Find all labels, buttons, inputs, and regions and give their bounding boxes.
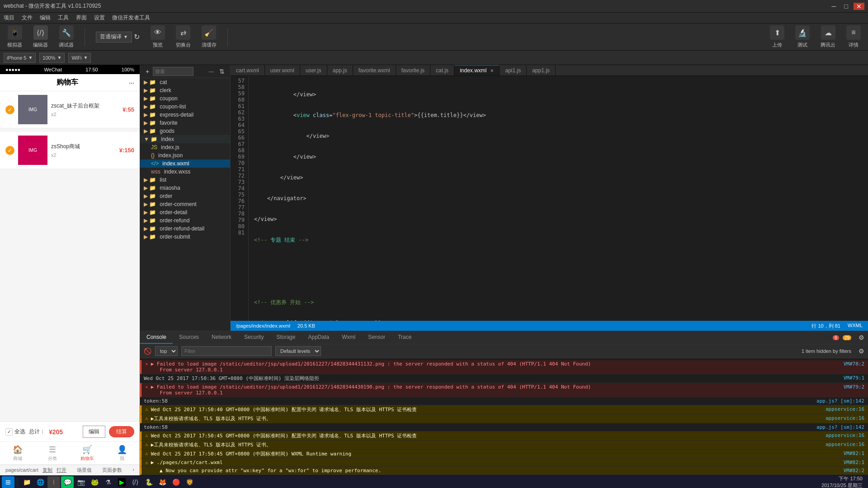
- taskbar-misc1[interactable]: 📷: [75, 476, 87, 488]
- console-link[interactable]: VM#82:2: [844, 468, 864, 474]
- tab-user-wxml[interactable]: user.wxml: [265, 65, 300, 75]
- tree-folder-miaosha[interactable]: ▶ 📁 miaosha: [140, 184, 230, 192]
- menu-project[interactable]: 项目: [4, 14, 14, 22]
- checkout-button[interactable]: 结算: [109, 426, 134, 437]
- menu-wechat[interactable]: 微信开发者工具: [112, 14, 150, 22]
- toolbar-upload[interactable]: ⬆ 上传: [770, 25, 784, 48]
- toolbar-switch[interactable]: ⇄ 切换台: [176, 25, 191, 48]
- taskbar-terminal[interactable]: ▶: [115, 476, 128, 488]
- close-btn[interactable]: ✕: [854, 3, 864, 10]
- tree-folder-list[interactable]: ▶ 📁 list: [140, 176, 230, 184]
- settings-icon[interactable]: ⚙: [859, 334, 864, 341]
- menu-file[interactable]: 文件: [22, 14, 33, 22]
- scale-select[interactable]: 100% ▼: [39, 53, 65, 63]
- console-link[interactable]: appservice:16: [826, 441, 864, 447]
- context-select[interactable]: top: [155, 346, 178, 356]
- breadcrumb-copy[interactable]: 复制: [42, 467, 52, 473]
- nav-item-cart[interactable]: 🛒 购物车: [70, 442, 105, 465]
- console-link[interactable]: VM#79:2: [844, 384, 864, 390]
- tree-folder-favorite[interactable]: ▶ 📁 favorite: [140, 119, 230, 127]
- levels-select[interactable]: Default levels: [275, 346, 321, 356]
- tab-index-wxml[interactable]: index.wxml ✕: [454, 65, 500, 75]
- tree-file-index-json[interactable]: {} index.json: [140, 151, 230, 160]
- file-search-input[interactable]: [153, 67, 193, 76]
- console-link[interactable]: appservice:16: [826, 432, 864, 438]
- new-file-btn[interactable]: +: [144, 67, 151, 76]
- toolbar-preview[interactable]: 👁 预览: [151, 25, 165, 48]
- cart-menu-icon[interactable]: ···: [129, 79, 134, 86]
- dt-tab-storage[interactable]: Storage: [270, 331, 302, 344]
- taskbar-misc7[interactable]: 🦁: [183, 476, 196, 488]
- checkbox-1[interactable]: ✓: [5, 105, 14, 114]
- tab-api1-js[interactable]: api1.js: [500, 65, 527, 75]
- dt-tab-wxml[interactable]: Wxml: [335, 331, 362, 344]
- maximize-btn[interactable]: □: [842, 3, 851, 10]
- tab-cat-js[interactable]: cat.js: [430, 65, 454, 75]
- console-link[interactable]: app.js? [sm]:142: [816, 398, 864, 404]
- tab-favorite-wxml[interactable]: favorite.wxml: [353, 65, 396, 75]
- tab-user-js[interactable]: user.js: [300, 65, 327, 75]
- minimize-btn[interactable]: ─: [829, 3, 839, 10]
- tree-folder-order[interactable]: ▶ 📁 order: [140, 192, 230, 200]
- tree-folder-clerk[interactable]: ▶ 📁 clerk: [140, 86, 230, 94]
- tree-folder-order-refund[interactable]: ▶ 📁 order-refund: [140, 216, 230, 225]
- tree-file-index-wxml[interactable]: </> index.wxml: [140, 160, 230, 168]
- tree-file-index-wxss[interactable]: wss index.wxss: [140, 168, 230, 176]
- menu-edit[interactable]: 编辑: [40, 14, 51, 22]
- refresh-icon[interactable]: ↻: [134, 33, 140, 41]
- tree-folder-order-detail[interactable]: ▶ 📁 order-detail: [140, 208, 230, 216]
- filter-input[interactable]: [181, 346, 272, 356]
- compile-dropdown[interactable]: 普通编译 ▼: [96, 32, 132, 42]
- console-link[interactable]: VM#79:1: [844, 375, 864, 381]
- console-link[interactable]: appservice:16: [826, 415, 864, 421]
- tree-file-index-js[interactable]: JS index.js: [140, 143, 230, 151]
- tab-app-js[interactable]: app.js: [327, 65, 353, 75]
- taskbar-chrome[interactable]: 🌐: [34, 476, 47, 488]
- taskbar-misc3[interactable]: ⚗: [102, 476, 114, 488]
- tab-favorite-js[interactable]: favorite.js: [396, 65, 430, 75]
- tree-folder-index[interactable]: ▼ 📁 index: [140, 135, 230, 143]
- nav-item-me[interactable]: 👤 我: [105, 442, 140, 465]
- tree-folder-cat[interactable]: ▶ 📁 cat: [140, 78, 230, 86]
- toolbar-simulator[interactable]: 📱 模拟器: [7, 25, 22, 48]
- toolbar-tencent[interactable]: ☁ 腾讯云: [821, 25, 835, 48]
- clear-console-icon[interactable]: 🚫: [144, 347, 151, 355]
- taskbar-intellij[interactable]: I: [47, 476, 60, 488]
- console-link[interactable]: app.js? [sm]:142: [816, 424, 864, 430]
- more-icon[interactable]: ›: [132, 467, 134, 474]
- tree-more-btn[interactable]: ···: [207, 67, 216, 76]
- start-button[interactable]: ⊞: [2, 476, 14, 488]
- network-select[interactable]: WiFi ▼: [68, 53, 91, 63]
- tree-folder-order-comment[interactable]: ▶ 📁 order-comment: [140, 200, 230, 208]
- close-tab-icon[interactable]: ✕: [490, 68, 494, 73]
- taskbar-misc2[interactable]: 🐸: [88, 476, 101, 488]
- toolbar-editor[interactable]: ⟨/⟩ 编辑器: [33, 25, 48, 48]
- dt-tab-sources[interactable]: Sources: [173, 331, 205, 344]
- dt-tab-trace[interactable]: Trace: [392, 331, 418, 344]
- toolbar-detail[interactable]: ≡ 详情: [846, 25, 861, 48]
- nav-item-home[interactable]: 🏠 商城: [0, 442, 35, 465]
- console-link[interactable]: VM#78:2: [844, 361, 864, 367]
- tree-collapse-btn[interactable]: ⇅: [217, 67, 226, 76]
- edit-button[interactable]: 编辑: [83, 426, 105, 438]
- dt-tab-sensor[interactable]: Sensor: [362, 331, 392, 344]
- tree-folder-express[interactable]: ▶ 📁 express-detail: [140, 111, 230, 119]
- scene-value[interactable]: 场景值: [77, 467, 92, 474]
- menu-interface[interactable]: 界面: [76, 14, 87, 22]
- taskbar-code[interactable]: ⟨/⟩: [129, 476, 142, 488]
- select-all-check[interactable]: ✓ 全选: [5, 428, 25, 436]
- tree-folder-coupon[interactable]: ▶ 📁 coupon: [140, 94, 230, 103]
- console-link[interactable]: VM#82:1: [844, 450, 864, 456]
- tree-folder-coupon-list[interactable]: ▶ 📁 coupon-list: [140, 103, 230, 111]
- console-link[interactable]: VM#82:1: [844, 460, 864, 465]
- toolbar-clean[interactable]: 🧹 清缓存: [202, 25, 217, 48]
- dt-tab-network[interactable]: Network: [205, 331, 238, 344]
- toolbar-debugger[interactable]: 🔧 调试器: [59, 25, 74, 48]
- dt-tab-security[interactable]: Security: [238, 331, 270, 344]
- menu-tools[interactable]: 工具: [58, 14, 69, 22]
- device-select[interactable]: iPhone 5 ▼: [4, 53, 36, 63]
- taskbar-misc4[interactable]: 🐍: [142, 476, 155, 488]
- toolbar-compile[interactable]: 普通编译 ▼ ↻: [96, 32, 140, 42]
- menu-settings[interactable]: 设置: [94, 14, 105, 22]
- taskbar-wechat-dev[interactable]: 💬: [61, 476, 74, 488]
